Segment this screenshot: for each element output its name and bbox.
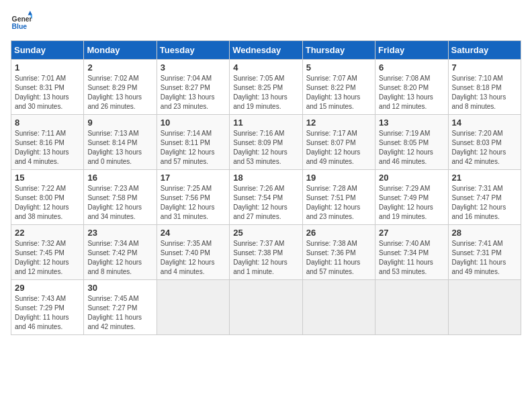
calendar-day-26: 26Sunrise: 7:38 AM Sunset: 7:36 PM Dayli… (302, 225, 375, 280)
calendar-day-29: 29Sunrise: 7:43 AM Sunset: 7:29 PM Dayli… (11, 280, 84, 335)
calendar-day-empty (302, 280, 375, 335)
calendar-day-25: 25Sunrise: 7:37 AM Sunset: 7:38 PM Dayli… (230, 225, 302, 280)
day-number: 10 (161, 118, 226, 128)
day-info: Sunrise: 7:37 AM Sunset: 7:38 PM Dayligh… (233, 239, 298, 277)
calendar-day-9: 9Sunrise: 7:13 AM Sunset: 8:14 PM Daylig… (84, 115, 157, 170)
day-number: 5 (306, 62, 371, 73)
svg-marker-2 (28, 11, 32, 15)
day-number: 6 (379, 62, 444, 73)
day-number: 15 (15, 173, 80, 183)
day-number: 7 (452, 62, 517, 73)
calendar-day-30: 30Sunrise: 7:45 AM Sunset: 7:27 PM Dayli… (84, 280, 157, 335)
day-number: 16 (87, 173, 152, 183)
day-info: Sunrise: 7:20 AM Sunset: 8:03 PM Dayligh… (452, 129, 517, 167)
day-number: 3 (161, 62, 226, 73)
col-header-saturday: Saturday (448, 41, 521, 60)
calendar-day-17: 17Sunrise: 7:25 AM Sunset: 7:56 PM Dayli… (157, 170, 229, 225)
day-number: 13 (379, 118, 444, 128)
day-number: 21 (452, 173, 517, 183)
day-number: 24 (161, 228, 226, 238)
day-info: Sunrise: 7:40 AM Sunset: 7:34 PM Dayligh… (379, 239, 444, 277)
day-number: 28 (452, 228, 517, 238)
calendar-week-5: 29Sunrise: 7:43 AM Sunset: 7:29 PM Dayli… (11, 280, 521, 335)
calendar-day-15: 15Sunrise: 7:22 AM Sunset: 8:00 PM Dayli… (11, 170, 84, 225)
calendar-day-8: 8Sunrise: 7:11 AM Sunset: 8:16 PM Daylig… (11, 115, 84, 170)
day-number: 19 (306, 173, 371, 183)
calendar-day-10: 10Sunrise: 7:14 AM Sunset: 8:11 PM Dayli… (157, 115, 229, 170)
calendar-week-4: 22Sunrise: 7:32 AM Sunset: 7:45 PM Dayli… (11, 225, 521, 280)
calendar-day-24: 24Sunrise: 7:35 AM Sunset: 7:40 PM Dayli… (157, 225, 229, 280)
day-info: Sunrise: 7:13 AM Sunset: 8:14 PM Dayligh… (87, 129, 152, 167)
calendar-day-20: 20Sunrise: 7:29 AM Sunset: 7:49 PM Dayli… (375, 170, 448, 225)
calendar-day-16: 16Sunrise: 7:23 AM Sunset: 7:58 PM Dayli… (84, 170, 157, 225)
calendar-day-5: 5Sunrise: 7:07 AM Sunset: 8:22 PM Daylig… (302, 60, 375, 115)
day-info: Sunrise: 7:41 AM Sunset: 7:31 PM Dayligh… (452, 239, 517, 277)
calendar-day-empty (230, 280, 302, 335)
day-number: 26 (306, 228, 371, 238)
calendar-day-12: 12Sunrise: 7:17 AM Sunset: 8:07 PM Dayli… (302, 115, 375, 170)
day-number: 12 (306, 118, 371, 128)
day-number: 17 (161, 173, 226, 183)
page-header: General Blue (11, 11, 521, 32)
day-info: Sunrise: 7:25 AM Sunset: 7:56 PM Dayligh… (161, 184, 226, 222)
calendar-day-14: 14Sunrise: 7:20 AM Sunset: 8:03 PM Dayli… (448, 115, 521, 170)
day-number: 30 (87, 283, 152, 293)
calendar-week-3: 15Sunrise: 7:22 AM Sunset: 8:00 PM Dayli… (11, 170, 521, 225)
day-number: 25 (233, 228, 298, 238)
calendar-day-empty (157, 280, 229, 335)
day-info: Sunrise: 7:05 AM Sunset: 8:25 PM Dayligh… (233, 74, 298, 111)
calendar-table: SundayMondayTuesdayWednesdayThursdayFrid… (11, 40, 521, 335)
day-number: 1 (15, 62, 80, 73)
calendar-day-4: 4Sunrise: 7:05 AM Sunset: 8:25 PM Daylig… (230, 60, 302, 115)
calendar-day-27: 27Sunrise: 7:40 AM Sunset: 7:34 PM Dayli… (375, 225, 448, 280)
day-number: 4 (233, 62, 298, 73)
day-info: Sunrise: 7:01 AM Sunset: 8:31 PM Dayligh… (15, 74, 80, 111)
day-info: Sunrise: 7:31 AM Sunset: 7:47 PM Dayligh… (452, 184, 517, 222)
day-number: 29 (15, 283, 80, 293)
calendar-day-18: 18Sunrise: 7:26 AM Sunset: 7:54 PM Dayli… (230, 170, 302, 225)
day-info: Sunrise: 7:04 AM Sunset: 8:27 PM Dayligh… (161, 74, 226, 111)
svg-text:Blue: Blue (12, 23, 28, 30)
day-info: Sunrise: 7:34 AM Sunset: 7:42 PM Dayligh… (87, 239, 152, 277)
header-row: SundayMondayTuesdayWednesdayThursdayFrid… (11, 41, 521, 60)
day-number: 23 (87, 228, 152, 238)
logo: General Blue (11, 11, 32, 32)
day-info: Sunrise: 7:14 AM Sunset: 8:11 PM Dayligh… (161, 129, 226, 167)
day-number: 27 (379, 228, 444, 238)
day-info: Sunrise: 7:07 AM Sunset: 8:22 PM Dayligh… (306, 74, 371, 111)
calendar-day-1: 1Sunrise: 7:01 AM Sunset: 8:31 PM Daylig… (11, 60, 84, 115)
day-number: 22 (15, 228, 80, 238)
col-header-tuesday: Tuesday (157, 41, 229, 60)
day-info: Sunrise: 7:17 AM Sunset: 8:07 PM Dayligh… (306, 129, 371, 167)
day-number: 18 (233, 173, 298, 183)
calendar-day-22: 22Sunrise: 7:32 AM Sunset: 7:45 PM Dayli… (11, 225, 84, 280)
day-info: Sunrise: 7:10 AM Sunset: 8:18 PM Dayligh… (452, 74, 517, 111)
day-info: Sunrise: 7:29 AM Sunset: 7:49 PM Dayligh… (379, 184, 444, 222)
calendar-day-empty (448, 280, 521, 335)
logo-icon: General Blue (11, 11, 32, 32)
day-number: 9 (87, 118, 152, 128)
day-info: Sunrise: 7:35 AM Sunset: 7:40 PM Dayligh… (161, 239, 226, 277)
col-header-sunday: Sunday (11, 41, 84, 60)
col-header-monday: Monday (84, 41, 157, 60)
calendar-day-28: 28Sunrise: 7:41 AM Sunset: 7:31 PM Dayli… (448, 225, 521, 280)
day-number: 20 (379, 173, 444, 183)
day-info: Sunrise: 7:38 AM Sunset: 7:36 PM Dayligh… (306, 239, 371, 277)
day-info: Sunrise: 7:43 AM Sunset: 7:29 PM Dayligh… (15, 294, 80, 332)
col-header-wednesday: Wednesday (230, 41, 302, 60)
calendar-day-21: 21Sunrise: 7:31 AM Sunset: 7:47 PM Dayli… (448, 170, 521, 225)
day-info: Sunrise: 7:28 AM Sunset: 7:51 PM Dayligh… (306, 184, 371, 222)
calendar-day-3: 3Sunrise: 7:04 AM Sunset: 8:27 PM Daylig… (157, 60, 229, 115)
calendar-day-empty (375, 280, 448, 335)
calendar-day-11: 11Sunrise: 7:16 AM Sunset: 8:09 PM Dayli… (230, 115, 302, 170)
col-header-friday: Friday (375, 41, 448, 60)
calendar-day-7: 7Sunrise: 7:10 AM Sunset: 8:18 PM Daylig… (448, 60, 521, 115)
day-number: 11 (233, 118, 298, 128)
day-info: Sunrise: 7:11 AM Sunset: 8:16 PM Dayligh… (15, 129, 80, 167)
day-info: Sunrise: 7:45 AM Sunset: 7:27 PM Dayligh… (87, 294, 152, 332)
day-info: Sunrise: 7:08 AM Sunset: 8:20 PM Dayligh… (379, 74, 444, 111)
calendar-day-19: 19Sunrise: 7:28 AM Sunset: 7:51 PM Dayli… (302, 170, 375, 225)
day-info: Sunrise: 7:26 AM Sunset: 7:54 PM Dayligh… (233, 184, 298, 222)
svg-text:General: General (12, 15, 32, 23)
col-header-thursday: Thursday (302, 41, 375, 60)
